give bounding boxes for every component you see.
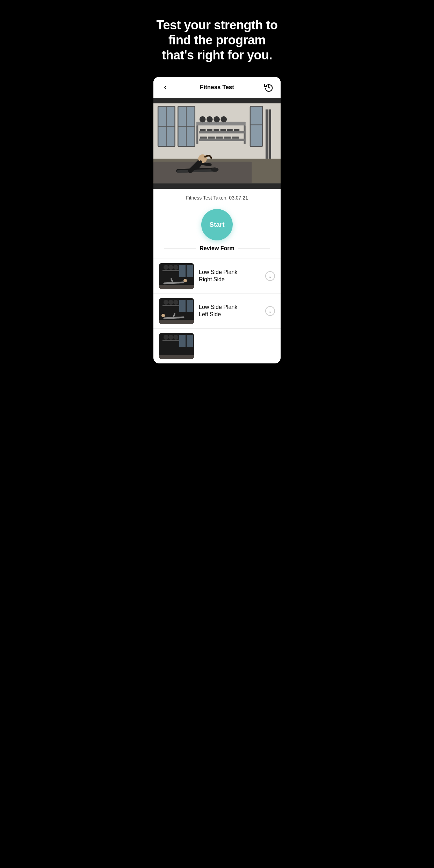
svg-point-13 — [214, 116, 220, 122]
svg-point-39 — [211, 167, 218, 172]
svg-point-66 — [164, 335, 168, 340]
exercise-list: Low Side Plank Right Side ⌄ — [153, 259, 281, 363]
workout-image — [153, 98, 281, 189]
svg-point-44 — [164, 265, 168, 270]
svg-rect-21 — [220, 129, 226, 131]
svg-rect-47 — [162, 270, 180, 271]
svg-rect-23 — [234, 129, 239, 131]
svg-rect-25 — [200, 136, 207, 138]
svg-point-56 — [168, 300, 173, 305]
card-title: Fitness Test — [200, 84, 234, 91]
hero-title: Test your strength to find the program t… — [155, 17, 279, 63]
svg-rect-29 — [232, 136, 239, 138]
start-button-label: Start — [209, 221, 224, 229]
start-button[interactable]: Start — [201, 209, 233, 240]
back-button[interactable]: ‹ — [160, 82, 171, 93]
hero-section: Test your strength to find the program t… — [145, 0, 289, 77]
svg-point-68 — [173, 335, 178, 340]
svg-rect-24 — [199, 138, 245, 141]
review-form-text: Review Form — [200, 245, 234, 252]
svg-rect-22 — [227, 129, 233, 131]
svg-point-62 — [161, 314, 165, 317]
exercise-item-1[interactable]: Low Side Plank Right Side ⌄ — [153, 259, 281, 294]
exercise-thumbnail-1 — [159, 263, 194, 289]
exercise-item-3-partial[interactable] — [153, 329, 281, 363]
chevron-down-1[interactable]: ⌄ — [265, 271, 275, 281]
svg-rect-70 — [179, 335, 186, 347]
svg-point-57 — [173, 300, 178, 305]
exercise-thumbnail-3 — [159, 333, 194, 359]
svg-point-12 — [207, 116, 213, 122]
svg-rect-27 — [216, 136, 223, 138]
svg-rect-10 — [196, 122, 246, 125]
exercise-thumb-img-1 — [159, 263, 194, 289]
svg-rect-17 — [199, 131, 245, 133]
chevron-down-icon-2: ⌄ — [268, 309, 272, 313]
review-form-label: Review Form — [153, 245, 281, 252]
fitness-test-date: Fitness Test Taken: 03.07.21 — [160, 195, 274, 201]
chevron-down-icon-1: ⌄ — [268, 274, 272, 279]
exercise-name-1: Low Side Plank Right Side — [199, 269, 260, 283]
svg-point-46 — [173, 265, 178, 270]
svg-rect-15 — [196, 125, 198, 144]
svg-point-14 — [221, 116, 227, 122]
exercise-item-2[interactable]: Low Side Plank Left Side ⌄ — [153, 294, 281, 329]
svg-rect-60 — [187, 300, 193, 312]
svg-point-67 — [168, 335, 173, 340]
svg-rect-20 — [214, 129, 219, 131]
svg-rect-49 — [187, 265, 193, 277]
svg-rect-28 — [224, 136, 231, 138]
svg-rect-59 — [179, 300, 186, 312]
svg-line-38 — [178, 170, 215, 172]
svg-rect-26 — [208, 136, 215, 138]
svg-rect-64 — [159, 320, 194, 324]
svg-point-11 — [200, 116, 206, 122]
fitness-test-card: ‹ Fitness Test — [153, 77, 281, 363]
svg-point-51 — [183, 279, 187, 282]
svg-line-50 — [164, 282, 183, 283]
svg-rect-34 — [269, 109, 271, 159]
svg-rect-58 — [162, 305, 180, 306]
svg-rect-18 — [200, 129, 206, 131]
svg-point-45 — [168, 265, 173, 270]
svg-rect-48 — [179, 265, 186, 277]
svg-rect-53 — [159, 285, 194, 289]
start-button-container: Start Review Form — [153, 209, 281, 259]
svg-rect-71 — [187, 335, 193, 347]
exercise-thumb-img-3 — [159, 333, 194, 359]
gym-scene-illustration — [153, 98, 281, 189]
card-header: ‹ Fitness Test — [153, 77, 281, 98]
svg-rect-33 — [266, 109, 268, 159]
exercise-thumb-img-2 — [159, 298, 194, 324]
svg-rect-69 — [162, 340, 180, 341]
svg-rect-72 — [159, 355, 194, 359]
chevron-down-2[interactable]: ⌄ — [265, 306, 275, 316]
history-icon — [264, 83, 273, 92]
svg-point-55 — [164, 300, 168, 305]
exercise-name-2: Low Side Plank Left Side — [199, 304, 260, 318]
fitness-test-info: Fitness Test Taken: 03.07.21 — [153, 189, 281, 209]
back-icon: ‹ — [164, 83, 166, 92]
svg-rect-19 — [207, 129, 212, 131]
history-button[interactable] — [263, 82, 274, 93]
svg-rect-30 — [250, 106, 262, 146]
exercise-thumbnail-2 — [159, 298, 194, 324]
